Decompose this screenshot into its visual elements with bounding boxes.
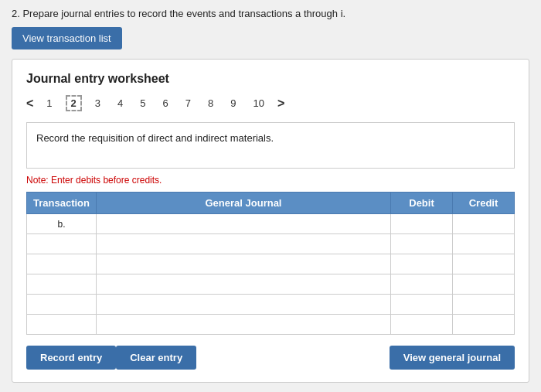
page-3[interactable]: 3	[91, 97, 104, 110]
transaction-cell	[27, 315, 97, 335]
instruction-text: Record the requisition of direct and ind…	[36, 132, 274, 144]
transaction-cell	[27, 234, 97, 254]
debit-cell[interactable]	[391, 214, 453, 234]
general-journal-cell[interactable]	[97, 295, 391, 315]
pagination: < 1 2 3 4 5 6 7 8 9 10 >	[26, 95, 515, 111]
worksheet-container: Journal entry worksheet < 1 2 3 4 5 6 7 …	[12, 59, 529, 383]
debit-credit-note: Note: Enter debits before credits.	[26, 175, 515, 186]
top-instruction: 2. Prepare journal entries to record the…	[12, 8, 529, 19]
table-row: b.	[27, 214, 515, 234]
credit-cell[interactable]	[453, 214, 515, 234]
transaction-cell	[27, 254, 97, 274]
clear-entry-button[interactable]: Clear entry	[116, 346, 196, 370]
page-9[interactable]: 9	[226, 97, 240, 110]
page-1[interactable]: 1	[43, 97, 56, 110]
transaction-cell: b.	[27, 214, 97, 234]
general-journal-cell[interactable]	[97, 315, 391, 335]
general-journal-cell[interactable]	[97, 214, 391, 234]
credit-cell[interactable]	[453, 234, 515, 254]
table-row	[27, 234, 515, 254]
debit-cell[interactable]	[391, 234, 453, 254]
record-entry-button[interactable]: Record entry	[26, 346, 116, 370]
credit-cell[interactable]	[453, 274, 515, 295]
page-4[interactable]: 4	[114, 97, 127, 110]
transaction-instruction: Record the requisition of direct and ind…	[26, 122, 515, 169]
debit-cell[interactable]	[391, 295, 453, 315]
general-journal-cell[interactable]	[97, 274, 391, 295]
page-8[interactable]: 8	[204, 97, 217, 110]
table-row	[27, 274, 515, 295]
transaction-cell	[27, 274, 97, 295]
col-header-general-journal: General Journal	[97, 193, 391, 214]
debit-cell[interactable]	[391, 315, 453, 335]
prev-arrow[interactable]: <	[26, 97, 33, 111]
credit-cell[interactable]	[453, 315, 515, 335]
view-general-journal-button[interactable]: View general journal	[390, 346, 515, 370]
page-5[interactable]: 5	[136, 97, 149, 110]
general-journal-cell[interactable]	[97, 234, 391, 254]
worksheet-title: Journal entry worksheet	[26, 72, 515, 86]
table-row	[27, 315, 515, 335]
journal-table: Transaction General Journal Debit Credit…	[26, 192, 515, 335]
debit-cell[interactable]	[391, 254, 453, 274]
view-transaction-button[interactable]: View transaction list	[12, 27, 122, 49]
next-arrow[interactable]: >	[277, 97, 284, 111]
transaction-cell	[27, 295, 97, 315]
page-10[interactable]: 10	[249, 97, 267, 110]
page-7[interactable]: 7	[182, 97, 195, 110]
credit-cell[interactable]	[453, 295, 515, 315]
credit-cell[interactable]	[453, 254, 515, 274]
page-2-active[interactable]: 2	[66, 95, 82, 111]
table-row	[27, 295, 515, 315]
general-journal-cell[interactable]	[97, 254, 391, 274]
bottom-buttons: Record entry Clear entry View general jo…	[26, 346, 515, 370]
table-row	[27, 254, 515, 274]
col-header-transaction: Transaction	[27, 193, 97, 214]
debit-cell[interactable]	[391, 274, 453, 295]
page-6[interactable]: 6	[159, 97, 172, 110]
col-header-debit: Debit	[391, 193, 453, 214]
col-header-credit: Credit	[453, 193, 515, 214]
